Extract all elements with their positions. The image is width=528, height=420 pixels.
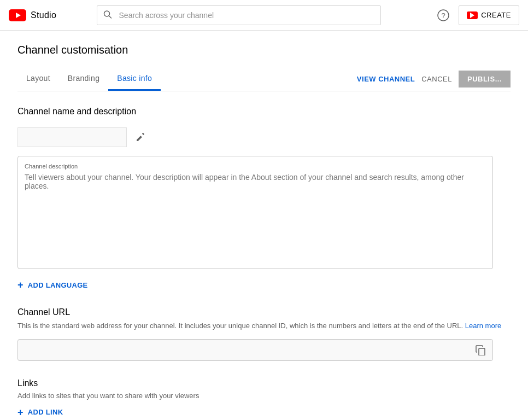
svg-line-3 (109, 16, 111, 18)
channel-url-desc: This is the standard web address for you… (17, 320, 511, 331)
pencil-icon (136, 132, 145, 142)
plus-link-icon: + (17, 407, 24, 417)
learn-more-link[interactable]: Learn more (465, 322, 501, 330)
search-icon (103, 10, 112, 20)
header: Studio ? CREATE (0, 0, 528, 31)
copy-url-button[interactable] (473, 342, 488, 358)
add-link-row[interactable]: + ADD LINK (17, 407, 511, 417)
search-input[interactable] (97, 5, 381, 25)
copy-icon (475, 345, 486, 355)
header-right: ? CREATE (435, 5, 519, 25)
channel-url-title: Channel URL (17, 307, 511, 317)
create-label: CREATE (481, 11, 511, 19)
channel-name-display (17, 127, 127, 147)
logo-link[interactable]: Studio (9, 9, 56, 21)
channel-name-section: Channel name and description Channel des… (17, 107, 511, 290)
cancel-button[interactable]: CANCEL (421, 75, 452, 83)
tabs-right: VIEW CHANNEL CANCEL PUBLIS... (357, 71, 511, 88)
svg-rect-6 (479, 348, 485, 355)
channel-url-section: Channel URL This is the standard web add… (17, 307, 511, 361)
studio-label: Studio (31, 10, 56, 20)
links-desc: Add links to sites that you want to shar… (17, 392, 511, 400)
page-title: Channel customisation (17, 44, 511, 56)
create-icon (467, 11, 478, 19)
main-content: Channel customisation Layout Branding Ba… (0, 31, 528, 420)
description-label: Channel description (25, 163, 486, 170)
youtube-logo-icon (9, 9, 26, 21)
links-section: Links Add links to sites that you want t… (17, 378, 511, 417)
edit-channel-name-button[interactable] (133, 130, 148, 144)
search-bar (97, 5, 381, 25)
channel-name-row (17, 127, 511, 147)
help-button[interactable]: ? (435, 7, 452, 24)
url-input-row (17, 339, 493, 361)
section-title: Channel name and description (17, 107, 511, 116)
tabs-left: Layout Branding Basic info (17, 67, 161, 91)
tab-layout[interactable]: Layout (17, 67, 59, 91)
create-button[interactable]: CREATE (459, 5, 519, 25)
add-link-label: ADD LINK (28, 408, 63, 416)
tabs-bar: Layout Branding Basic info VIEW CHANNEL … (17, 67, 511, 91)
view-channel-button[interactable]: VIEW CHANNEL (357, 75, 415, 83)
add-language-label: ADD LANGUAGE (28, 281, 88, 289)
publish-button[interactable]: PUBLIS... (459, 71, 511, 88)
add-language-row[interactable]: + ADD LANGUAGE (17, 280, 511, 290)
tab-branding[interactable]: Branding (59, 67, 108, 91)
tab-basic-info[interactable]: Basic info (108, 67, 161, 91)
description-box: Channel description (17, 156, 493, 269)
plus-icon: + (17, 280, 24, 290)
description-textarea[interactable] (25, 173, 486, 260)
links-title: Links (17, 378, 511, 388)
svg-text:?: ? (442, 11, 445, 20)
